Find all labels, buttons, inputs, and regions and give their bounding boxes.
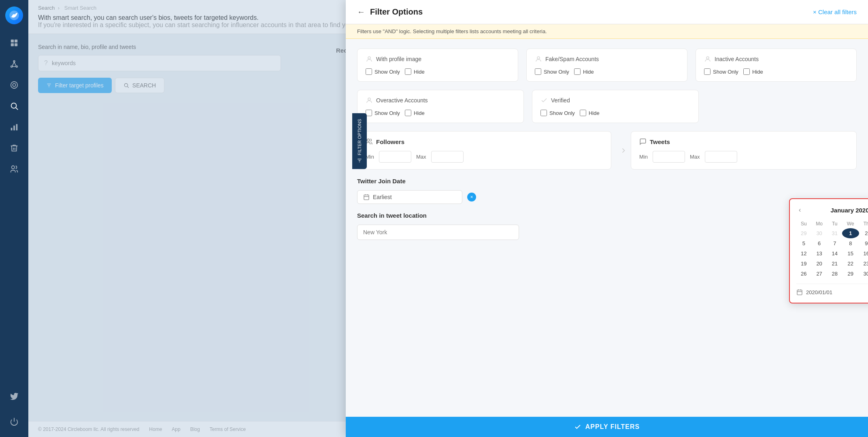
search-nav-icon[interactable] [5,97,23,115]
with-profile-image-card: With profile image Show Only Hide [357,49,518,82]
calendar-day[interactable]: 15 [842,248,859,259]
calendar-day[interactable]: 2 [859,228,868,238]
calendar-other-month-day[interactable]: 30 [811,228,828,238]
and-notice: Filters use "AND" logic. Selecting multi… [346,24,868,39]
calendar-date-value: 2020/01/01 [806,289,832,295]
inactive-hide-label[interactable]: Hide [743,68,763,75]
calendar-day[interactable]: 29 [842,269,859,279]
svg-point-32 [367,139,370,141]
app-logo[interactable] [5,6,23,24]
followers-min-input[interactable] [379,151,411,163]
filter-options-tab[interactable]: FILTER OPTIONS [352,113,367,169]
calendar-day[interactable]: 7 [828,238,842,248]
followers-max-input[interactable] [431,151,464,163]
apply-filters-bar[interactable]: APPLY FILTERS [346,417,868,437]
earliest-date-clear-button[interactable]: × [467,193,476,202]
tweets-min-label: Min [639,154,648,160]
calendar-popup: ‹ January 2020 › SuMoTuWeThFrSa 29303112… [789,198,868,303]
with-profile-hide-checkbox[interactable] [405,68,411,75]
overactive-hide-label[interactable]: Hide [405,110,425,116]
svg-point-11 [11,82,18,89]
clear-all-filters-button[interactable]: × Clear all filters [813,8,857,15]
twitter-nav-icon[interactable] [5,388,23,406]
calendar-day[interactable]: 12 [796,248,811,259]
inactive-show-only-checkbox[interactable] [704,68,711,75]
svg-point-30 [706,57,709,59]
earliest-date-field[interactable]: Earliest [357,190,462,204]
filter-row-2: Overactive Accounts Show Only Hide [357,90,857,123]
with-profile-hide-label[interactable]: Hide [405,68,425,75]
calendar-day[interactable]: 8 [842,238,859,248]
inactive-accounts-title: Inactive Accounts [715,56,759,62]
fake-spam-show-only-checkbox[interactable] [535,68,541,75]
tweets-title: Tweets [650,138,670,145]
tweets-card: Tweets Min Max [631,131,857,170]
analytics-nav-icon[interactable] [5,118,23,136]
calendar-day-header: Th [859,219,868,228]
overactive-hide-checkbox[interactable] [405,110,411,116]
dashboard-nav-icon[interactable] [5,34,23,52]
calendar-title: January 2020 [830,207,868,214]
with-profile-show-only-label[interactable]: Show Only [366,68,400,75]
calendar-day-header: Mo [811,219,828,228]
users-nav-icon[interactable] [5,160,23,178]
circle-nav-icon[interactable] [5,76,23,94]
calendar-day[interactable]: 28 [828,269,842,279]
calendar-other-month-day[interactable]: 31 [828,228,842,238]
calendar-day[interactable]: 23 [859,259,868,269]
delete-nav-icon[interactable] [5,139,23,157]
fake-spam-card: Fake/Spam Accounts Show Only Hide [526,49,687,82]
calendar-day[interactable]: 20 [811,259,828,269]
calendar-day[interactable]: 14 [828,248,842,259]
calendar-day[interactable]: 21 [828,259,842,269]
calendar-day[interactable]: 22 [842,259,859,269]
calendar-day[interactable]: 9 [859,238,868,248]
with-profile-show-only-checkbox[interactable] [366,68,372,75]
svg-point-29 [537,57,540,59]
with-profile-image-title: With profile image [376,56,421,62]
fake-spam-hide-label[interactable]: Hide [574,68,594,75]
location-input[interactable] [357,225,519,240]
tweets-max-label: Max [690,154,700,160]
fake-spam-show-only-label[interactable]: Show Only [535,68,569,75]
calendar-day[interactable]: 26 [796,269,811,279]
verified-show-only-checkbox[interactable] [540,110,547,116]
calendar-selected-day[interactable]: 1 [842,228,859,238]
apply-filters-button[interactable]: APPLY FILTERS [585,423,640,431]
verified-show-only-label[interactable]: Show Only [540,110,575,116]
calendar-grid: SuMoTuWeThFrSa 2930311234567891011121314… [796,219,868,279]
verified-hide-checkbox[interactable] [580,110,586,116]
verified-card: Verified Show Only Hide [532,90,699,123]
calendar-day[interactable]: 6 [811,238,828,248]
calendar-prev-button[interactable]: ‹ [796,206,803,214]
svg-point-28 [368,57,370,59]
calendar-day[interactable]: 5 [796,238,811,248]
calendar-day[interactable]: 27 [811,269,828,279]
calendar-day[interactable]: 16 [859,248,868,259]
calendar-day[interactable]: 19 [796,259,811,269]
calendar-header: ‹ January 2020 › [796,206,868,214]
back-button[interactable]: ← [357,7,365,17]
calendar-day[interactable]: 30 [859,269,868,279]
inactive-show-only-label[interactable]: Show Only [704,68,738,75]
tweets-max-input[interactable] [705,151,737,163]
network-nav-icon[interactable] [5,55,23,73]
tweets-arrow [619,146,628,155]
power-nav-icon[interactable] [5,413,23,431]
svg-line-9 [14,62,16,66]
fake-spam-hide-checkbox[interactable] [574,68,581,75]
verified-hide-label[interactable]: Hide [580,110,600,116]
location-title: Search in tweet location [357,212,857,219]
svg-rect-4 [15,43,17,46]
svg-point-6 [11,66,13,68]
svg-point-31 [368,98,370,100]
svg-line-8 [12,62,14,66]
sidebar [0,0,28,437]
tweets-min-input[interactable] [653,151,685,163]
calendar-week-row: 567891011 [796,238,868,248]
inactive-hide-checkbox[interactable] [743,68,750,75]
calendar-other-month-day[interactable]: 29 [796,228,811,238]
calendar-day[interactable]: 13 [811,248,828,259]
overactive-show-only-label[interactable]: Show Only [366,110,400,116]
calendar-day-header: Tu [828,219,842,228]
